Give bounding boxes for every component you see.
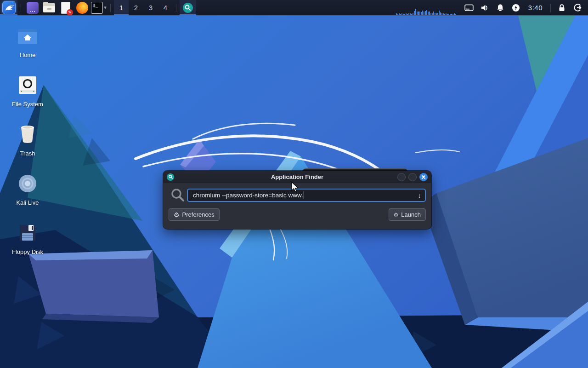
folder-icon — [43, 3, 55, 12]
workspace-3-button[interactable]: 3 — [143, 0, 158, 15]
app-window-icon — [27, 2, 39, 14]
cpu-graph-bar — [436, 13, 437, 14]
desktop-icon-label: File System — [12, 101, 43, 108]
cpu-graph-bar — [419, 12, 420, 15]
cpu-graph-bar — [448, 14, 449, 15]
cpu-graph-bar — [432, 13, 433, 15]
cpu-graph-bar — [426, 10, 427, 15]
cpu-graph-bar — [399, 13, 400, 14]
mouse-cursor — [291, 182, 300, 193]
cpu-graph-bar — [454, 13, 455, 14]
cpu-graph-bar — [424, 12, 424, 15]
workspace-4-button[interactable]: 4 — [158, 0, 173, 15]
launcher-file-manager[interactable] — [41, 0, 57, 15]
cpu-graph-bar — [421, 12, 422, 15]
text-caret — [304, 191, 304, 199]
cpu-graph-bar — [437, 13, 438, 15]
desktop-icon-label: Kali Live — [16, 199, 39, 206]
cpu-graph-bar — [455, 14, 456, 14]
clock[interactable]: 3:40 — [524, 4, 547, 12]
panel-separator — [176, 4, 176, 12]
cpu-graph-bar — [443, 13, 444, 14]
launcher-firefox[interactable] — [74, 0, 90, 15]
cpu-graph-bar — [435, 13, 435, 14]
cpu-graph-bar — [417, 12, 418, 15]
cpu-graph-bar — [415, 9, 416, 14]
cpu-graph-bar — [440, 12, 441, 15]
desktop-root: ✎ $_ ▾ 1 2 3 4 — [0, 0, 588, 368]
cpu-graph-bar — [407, 14, 408, 15]
terminal-icon: $_ — [91, 2, 103, 14]
close-icon — [421, 175, 426, 179]
hard-drive-icon — [17, 73, 38, 97]
cpu-graph-bar — [414, 11, 415, 15]
gear-icon: ⚙ — [174, 212, 180, 218]
dropdown-arrow-icon[interactable]: ↓ — [418, 191, 422, 199]
floppy-disk-icon — [18, 221, 37, 245]
lock-icon[interactable] — [554, 0, 570, 15]
launcher-terminal[interactable]: $_ ▾ — [90, 0, 107, 15]
cpu-graph-bar — [418, 12, 419, 14]
cpu-graph-bar — [430, 13, 431, 14]
firefox-icon — [76, 2, 88, 14]
launcher-app-window[interactable] — [24, 0, 41, 15]
panel-separator — [110, 4, 111, 12]
application-finder-window: Application Finder chromium --passw — [163, 171, 431, 229]
display-tray-icon[interactable] — [461, 0, 477, 15]
desktop-icon-label: Trash — [20, 150, 35, 157]
panel-separator — [21, 4, 21, 12]
cpu-graph-bar — [446, 13, 447, 14]
run-gear-icon: ⚙ — [394, 212, 399, 218]
cpu-graph-bar — [433, 12, 434, 15]
window-title: Application Finder — [163, 173, 431, 180]
desktop-icon-floppy-disk[interactable]: Floppy Disk — [6, 221, 50, 267]
chevron-down-icon[interactable]: ▾ — [104, 5, 107, 11]
appfinder-taskbar-button[interactable] — [180, 0, 196, 15]
search-input[interactable]: chromium --password-store=basic www. ↓ — [187, 189, 426, 202]
close-button[interactable] — [419, 173, 428, 181]
cpu-graph-bar — [441, 13, 442, 15]
desktop-icon-file-system[interactable]: File System — [6, 73, 50, 119]
cpu-graph-bar — [397, 14, 398, 15]
kali-menu-button[interactable] — [0, 0, 17, 15]
search-icon — [169, 188, 187, 202]
cpu-graph-bar — [406, 13, 407, 14]
desktop-icon-label: Home — [20, 52, 36, 58]
launch-button[interactable]: ⚙ Launch — [389, 208, 426, 221]
preferences-button[interactable]: ⚙ Preferences — [169, 208, 220, 221]
finder-titlebar[interactable]: Application Finder — [163, 171, 431, 183]
cpu-graph-bar — [429, 12, 430, 14]
cpu-graph-bar — [404, 14, 405, 15]
kali-logo-icon — [3, 1, 15, 14]
desktop-icon-trash[interactable]: Trash — [6, 122, 50, 168]
workspace-1-button[interactable]: 1 — [114, 0, 129, 15]
top-panel: ✎ $_ ▾ 1 2 3 4 — [0, 0, 588, 16]
maximize-button[interactable] — [408, 173, 417, 181]
cpu-graph-bar — [400, 14, 401, 15]
preferences-button-label: Preferences — [182, 211, 215, 218]
launch-button-label: Launch — [401, 211, 421, 218]
launcher-text-editor[interactable]: ✎ — [57, 0, 74, 15]
search-input-value: chromium --password-store=basic www. — [193, 192, 303, 199]
panel-separator — [550, 4, 551, 12]
cpu-graph-bar — [450, 14, 451, 14]
cpu-graph-bar — [447, 14, 448, 15]
power-manager-tray-icon[interactable] — [508, 0, 524, 15]
cpu-graph-bar — [439, 11, 440, 15]
cpu-graph-bar — [452, 14, 453, 14]
cpu-graph-bar — [444, 14, 445, 15]
workspace-2-button[interactable]: 2 — [129, 0, 143, 15]
cpu-graph-bar — [428, 12, 429, 15]
desktop-icon-home[interactable]: Home — [6, 24, 50, 70]
volume-tray-icon[interactable] — [477, 0, 492, 15]
cpu-graph-bar — [401, 13, 402, 14]
minimize-button[interactable] — [397, 173, 406, 181]
appfinder-icon — [167, 173, 174, 181]
notifications-tray-icon[interactable] — [492, 0, 508, 15]
desktop-icon-kali-live[interactable]: Kali Live — [6, 172, 50, 218]
cpu-graph-bar — [408, 13, 409, 14]
cpu-graph-bar — [422, 11, 423, 14]
cpu-graph-bar — [413, 13, 413, 14]
logout-icon[interactable] — [570, 0, 585, 15]
cpu-usage-graph[interactable] — [396, 1, 457, 15]
